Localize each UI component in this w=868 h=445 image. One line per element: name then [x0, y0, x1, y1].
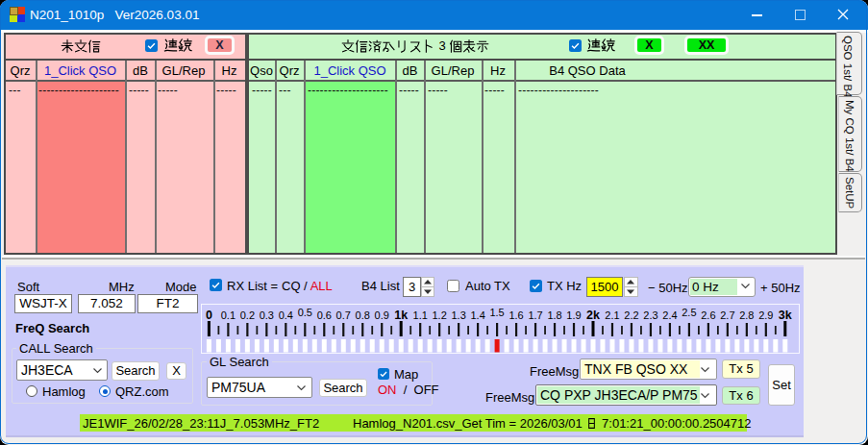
svg-text:2.1: 2.1	[605, 309, 619, 321]
svg-text:0.5: 0.5	[298, 307, 312, 318]
svg-text:3k: 3k	[779, 309, 792, 322]
svg-text:0.6: 0.6	[317, 309, 332, 321]
svg-text:1.7: 1.7	[528, 309, 542, 321]
svg-text:1.2: 1.2	[433, 309, 447, 321]
svg-text:2.5: 2.5	[682, 307, 696, 318]
svg-text:0.1: 0.1	[221, 309, 236, 321]
svg-text:2.2: 2.2	[624, 309, 638, 321]
svg-text:1.4: 1.4	[470, 309, 484, 321]
svg-text:0.3: 0.3	[260, 309, 274, 321]
svg-text:1.1: 1.1	[413, 309, 428, 321]
svg-text:2.8: 2.8	[739, 309, 754, 321]
svg-text:0.2: 0.2	[240, 309, 255, 321]
svg-text:2.4: 2.4	[662, 309, 677, 321]
svg-text:1k: 1k	[394, 309, 408, 322]
svg-text:0: 0	[206, 309, 212, 322]
svg-text:0.8: 0.8	[356, 309, 370, 321]
svg-text:1.6: 1.6	[508, 309, 523, 321]
svg-text:0.7: 0.7	[336, 309, 351, 321]
svg-text:1.9: 1.9	[566, 309, 581, 321]
svg-text:1.8: 1.8	[547, 309, 561, 321]
svg-text:2.6: 2.6	[701, 309, 715, 321]
svg-text:1.5: 1.5	[489, 307, 504, 318]
svg-text:0.4: 0.4	[279, 309, 293, 321]
svg-text:2.7: 2.7	[720, 309, 734, 321]
svg-text:2k: 2k	[586, 309, 600, 322]
svg-text:0.9: 0.9	[375, 309, 389, 321]
svg-text:2.9: 2.9	[758, 309, 773, 321]
svg-text:1.3: 1.3	[451, 309, 465, 321]
svg-text:2.3: 2.3	[643, 309, 657, 321]
